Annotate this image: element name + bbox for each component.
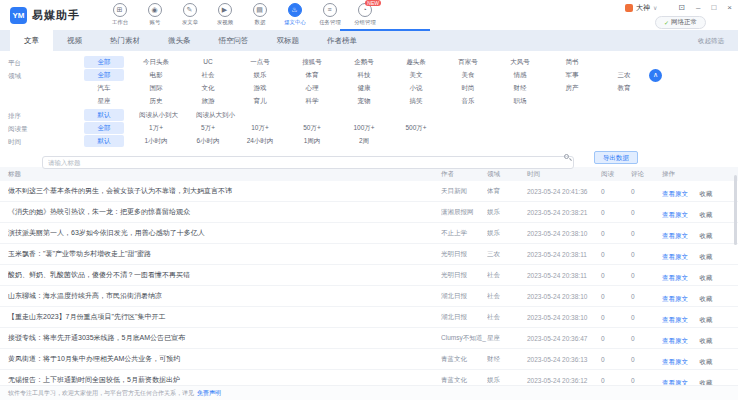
filter-chip[interactable]: 全部 (84, 122, 124, 134)
filter-chip[interactable]: 搞笑 (396, 95, 436, 107)
filter-chip[interactable]: 6小时内 (188, 135, 228, 147)
filter-chip[interactable]: 500万+ (396, 122, 436, 134)
filter-chip[interactable]: 文化 (188, 82, 228, 94)
filter-chip[interactable]: 科学 (292, 95, 332, 107)
nav-item[interactable]: ▶ 发视频 (207, 3, 242, 27)
article-title[interactable]: 接驳专线：将率先开通3035米线路，5月底AM公告已宣布 (8, 333, 441, 343)
favorite-link[interactable]: 收藏 (699, 316, 712, 323)
filter-chip[interactable]: 阅读从小到大 (136, 109, 181, 121)
filter-chip[interactable]: 企鹅号 (344, 56, 384, 68)
filter-chip[interactable]: 全部 (84, 69, 124, 81)
nav-item[interactable]: ◉ 账号 (137, 3, 172, 27)
article-title[interactable]: 无锡报告：上下班通勤时间全国较低，5月薪资数据出炉 (8, 375, 441, 385)
favorite-link[interactable]: 收藏 (699, 211, 712, 218)
filter-chip[interactable]: 美食 (448, 69, 488, 81)
filter-chip[interactable]: 100万+ (344, 122, 384, 134)
content-tab[interactable]: 微头条 (154, 30, 205, 51)
user-avatar[interactable] (625, 4, 633, 12)
filter-chip[interactable]: 1小时内 (136, 135, 176, 147)
favorite-link[interactable]: 收藏 (699, 337, 712, 344)
export-data-button[interactable]: 导出数据 (594, 151, 638, 164)
view-original-link[interactable]: 查看原文 (662, 274, 688, 281)
view-original-link[interactable]: 查看原文 (662, 358, 688, 365)
article-title[interactable]: 《消失的她》热映引热议，朱一龙：把更多的惊喜留给观众 (8, 207, 441, 217)
filter-chip[interactable]: 教育 (604, 82, 644, 94)
nav-item[interactable]: ▤ 数据 (242, 3, 277, 27)
favorite-link[interactable]: 收藏 (699, 358, 712, 365)
filter-chip[interactable]: 2周 (344, 135, 384, 147)
nav-item[interactable]: ✎ 发文章 (172, 3, 207, 27)
article-title[interactable]: 演技派美丽第一人，63岁如今依旧发光，用善心感动了十多亿人 (8, 228, 441, 238)
filter-chip[interactable]: 5万+ (188, 122, 228, 134)
view-original-link[interactable]: 查看原文 (662, 253, 688, 260)
favorite-link[interactable]: 收藏 (699, 274, 712, 281)
search-icon[interactable] (564, 154, 569, 159)
view-original-link[interactable]: 查看原文 (662, 316, 688, 323)
filter-chip[interactable]: 游戏 (240, 82, 280, 94)
filter-chip[interactable]: 军事 (552, 69, 592, 81)
close-icon[interactable]: × (727, 3, 732, 13)
collapse-categories-button[interactable]: ∧ (649, 69, 662, 82)
filter-chip[interactable]: 默认 (84, 109, 124, 121)
filter-chip[interactable]: 体育 (292, 69, 332, 81)
filter-chip[interactable]: 搜狐号 (292, 56, 332, 68)
article-title[interactable]: 做不到这三个基本条件的男生，会被女孩子认为不靠谱，刘大妈直言不讳 (8, 186, 441, 196)
filter-chip[interactable]: 社会 (188, 69, 228, 81)
favorite-link[interactable]: 收藏 (699, 253, 712, 260)
filter-chip[interactable]: UC (188, 56, 228, 68)
filter-chip[interactable]: 健康 (344, 82, 384, 94)
filter-chip[interactable]: 汽车 (84, 82, 124, 94)
maximize-icon[interactable]: □ (711, 3, 716, 13)
filter-chip[interactable]: 1周内 (292, 135, 332, 147)
favorite-link[interactable]: 收藏 (699, 232, 712, 239)
filter-chip[interactable]: 时尚 (448, 82, 488, 94)
minimize-icon[interactable]: – (696, 3, 700, 13)
view-original-link[interactable]: 查看原文 (662, 232, 688, 239)
filter-chip[interactable]: 职场 (500, 95, 540, 107)
filter-chip[interactable]: 一点号 (240, 56, 280, 68)
view-original-link[interactable]: 查看原文 (662, 211, 688, 218)
filter-chip[interactable]: 财经 (500, 82, 540, 94)
nav-item[interactable]: ⊞ 工作台 (102, 3, 137, 27)
filter-chip[interactable]: 默认 (84, 135, 124, 147)
collapse-filters-link[interactable]: 收起筛选 (698, 30, 724, 51)
skin-icon[interactable]: ⊡ (678, 3, 685, 13)
view-original-link[interactable]: 查看原文 (662, 190, 688, 197)
content-tab[interactable]: 双标题 (263, 30, 314, 51)
favorite-link[interactable]: 收藏 (699, 190, 712, 197)
article-title[interactable]: 酸奶、鲜奶、乳酸菌饮品，傻傻分不清？一图看懂不再买错 (8, 270, 441, 280)
view-original-link[interactable]: 查看原文 (662, 295, 688, 302)
article-title[interactable]: 【重走山东2023】7月份重点项目"先行区"集中开工 (8, 312, 441, 322)
filter-chip[interactable]: 10万+ (240, 122, 280, 134)
content-tab[interactable]: 热门素材 (96, 30, 154, 51)
favorite-link[interactable]: 收藏 (699, 295, 712, 302)
nav-item[interactable]: NEW ◔ 分组管理 (347, 3, 382, 27)
filter-chip[interactable]: 房产 (552, 82, 592, 94)
network-status-pill[interactable]: ✓ 网络正常 (655, 16, 706, 29)
content-tab[interactable]: 文章 (10, 30, 53, 51)
disclaimer-link[interactable]: 免责声明 (197, 389, 221, 398)
filter-chip[interactable]: 宠物 (344, 95, 384, 107)
filter-chip[interactable]: 情感 (500, 69, 540, 81)
filter-chip[interactable]: 今日头条 (136, 56, 176, 68)
filter-chip[interactable]: 娱乐 (240, 69, 280, 81)
filter-chip[interactable]: 心理 (292, 82, 332, 94)
filter-chip[interactable]: 科技 (344, 69, 384, 81)
filter-chip[interactable]: 50万+ (292, 122, 332, 134)
filter-chip[interactable]: 全部 (84, 56, 124, 68)
nav-item[interactable]: ♨ 爆文中心 (277, 3, 312, 27)
filter-chip[interactable]: 24小时内 (240, 135, 280, 147)
title-search-input[interactable] (42, 156, 574, 169)
filter-chip[interactable]: 趣头条 (396, 56, 436, 68)
content-tab[interactable]: 视频 (53, 30, 96, 51)
article-title[interactable]: 玉米飘香："薯"产业带动乡村增收走上"甜"蜜路 (8, 249, 441, 259)
filter-chip[interactable]: 百家号 (448, 56, 488, 68)
filter-chip[interactable]: 美文 (396, 69, 436, 81)
filter-chip[interactable]: 育儿 (240, 95, 280, 107)
filter-chip[interactable]: 小说 (396, 82, 436, 94)
filter-chip[interactable]: 简书 (552, 56, 592, 68)
filter-chip[interactable]: 电影 (136, 69, 176, 81)
filter-chip[interactable]: 旅游 (188, 95, 228, 107)
article-title[interactable]: 黄凤街道：将于10月集中办理相关AM公共业务，可预约 (8, 354, 441, 364)
chevron-down-icon[interactable]: ∨ (653, 4, 657, 11)
